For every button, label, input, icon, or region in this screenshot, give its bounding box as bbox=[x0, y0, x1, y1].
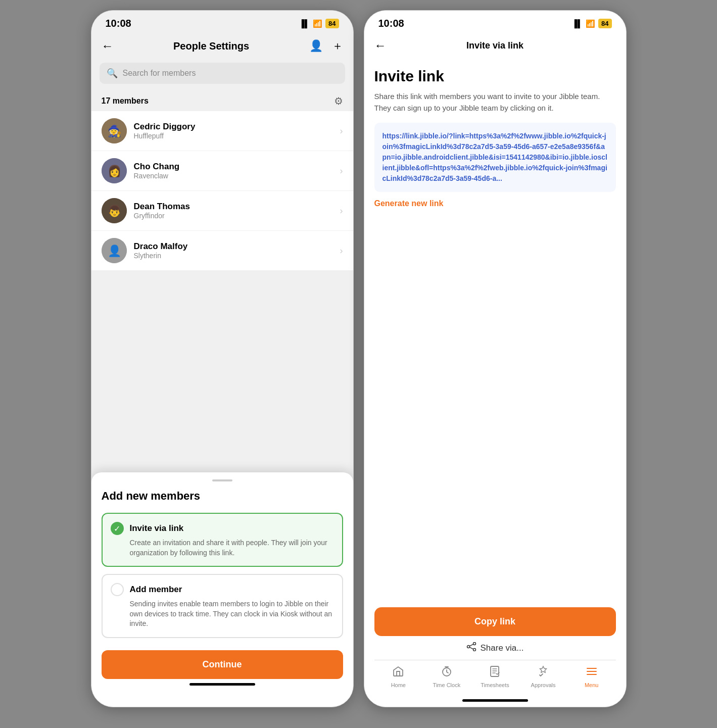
search-bar: 🔍 Search for members bbox=[100, 63, 345, 84]
right-phone: 10:08 ▐▌ 📶 84 ← Invite via link Invite l… bbox=[364, 10, 627, 707]
member-group-cho: Ravenclaw bbox=[134, 172, 340, 180]
tab-label-timeclock: Time Clock bbox=[433, 682, 461, 688]
nav-title-left: People Settings bbox=[173, 40, 249, 52]
member-name-cho: Cho Chang bbox=[134, 162, 340, 172]
tab-icon-menu bbox=[586, 665, 598, 681]
status-time-left: 10:08 bbox=[106, 18, 131, 29]
battery-left: 84 bbox=[325, 19, 339, 28]
members-header: 17 members ⚙ bbox=[91, 88, 353, 111]
invite-content: Invite link Share this link with members… bbox=[364, 58, 626, 208]
svg-text:👦: 👦 bbox=[107, 204, 121, 218]
signal-icon-left: ▐▌ bbox=[299, 19, 310, 28]
nav-title-right: Invite via link bbox=[387, 40, 604, 51]
link-box[interactable]: https://link.jibble.io/?link=https%3a%2f… bbox=[374, 123, 616, 192]
option-title-add: Add member bbox=[130, 585, 182, 595]
svg-text:👤: 👤 bbox=[107, 244, 121, 258]
member-group-draco: Slytherin bbox=[134, 252, 340, 260]
tab-label-menu: Menu bbox=[585, 682, 599, 688]
option-desc-add: Sending invites enable team members to l… bbox=[111, 599, 334, 629]
link-text: https://link.jibble.io/?link=https%3a%2f… bbox=[383, 131, 608, 184]
left-phone: 10:08 ▐▌ 📶 84 ← People Settings 👤 ＋ 🔍 Se… bbox=[91, 10, 354, 707]
member-item-draco[interactable]: 👤 Draco Malfoy Slytherin › bbox=[91, 231, 353, 270]
tab-icon-timesheets bbox=[489, 665, 501, 681]
tab-approvals[interactable]: Approvals bbox=[519, 665, 567, 688]
radio-invite-link: ✓ bbox=[111, 522, 124, 535]
member-list: 🧙 Cedric Diggory Hufflepuff › 👩 Cho Chan… bbox=[91, 111, 353, 270]
status-bar-left: 10:08 ▐▌ 📶 84 bbox=[91, 11, 353, 33]
option-add-header: Add member bbox=[111, 583, 334, 596]
search-icon: 🔍 bbox=[107, 68, 118, 79]
member-name-draco: Draco Malfoy bbox=[134, 241, 340, 252]
option-invite-link[interactable]: ✓ Invite via link Create an invitation a… bbox=[102, 513, 343, 567]
svg-rect-14 bbox=[491, 666, 499, 676]
option-invite-header: ✓ Invite via link bbox=[111, 522, 334, 535]
svg-line-11 bbox=[469, 644, 473, 646]
member-item-dean[interactable]: 👦 Dean Thomas Gryffindor › bbox=[91, 191, 353, 230]
members-count: 17 members bbox=[102, 96, 149, 106]
invite-desc: Share this link with members you want to… bbox=[374, 91, 616, 114]
tab-timeclock[interactable]: Time Clock bbox=[422, 665, 471, 688]
home-indicator-left bbox=[189, 683, 255, 686]
wifi-icon-right: 📶 bbox=[586, 19, 595, 28]
share-via-button[interactable]: Share via... bbox=[374, 642, 616, 660]
option-title-invite: Invite via link bbox=[130, 523, 184, 533]
member-group-cedric: Hufflepuff bbox=[134, 132, 340, 140]
nav-bar-right: ← Invite via link bbox=[364, 33, 626, 58]
status-icons-left: ▐▌ 📶 84 bbox=[299, 19, 339, 28]
share-via-text: Share via... bbox=[481, 643, 524, 653]
back-button-right[interactable]: ← bbox=[374, 38, 387, 53]
tab-icon-timeclock bbox=[441, 665, 453, 681]
nav-icons-left: 👤 ＋ bbox=[309, 38, 343, 54]
member-info-cedric: Cedric Diggory Hufflepuff bbox=[134, 122, 340, 140]
member-group-dean: Gryffindor bbox=[134, 212, 340, 220]
member-info-cho: Cho Chang Ravenclaw bbox=[134, 162, 340, 180]
member-name-dean: Dean Thomas bbox=[134, 202, 340, 212]
sheet-title: Add new members bbox=[102, 490, 343, 503]
chevron-cho: › bbox=[340, 166, 343, 176]
signal-icon-right: ▐▌ bbox=[572, 19, 583, 28]
radio-add-member bbox=[111, 583, 124, 596]
bottom-sheet: Add new members ✓ Invite via link Create… bbox=[91, 472, 353, 707]
back-button-left[interactable]: ← bbox=[102, 39, 114, 53]
person-icon-left[interactable]: 👤 bbox=[309, 39, 323, 53]
member-item-cedric[interactable]: 🧙 Cedric Diggory Hufflepuff › bbox=[91, 111, 353, 151]
svg-point-10 bbox=[467, 646, 469, 648]
member-name-cedric: Cedric Diggory bbox=[134, 122, 340, 132]
chevron-dean: › bbox=[340, 206, 343, 216]
copy-link-button[interactable]: Copy link bbox=[374, 607, 616, 636]
tab-home[interactable]: Home bbox=[374, 665, 423, 688]
home-indicator-right bbox=[462, 699, 528, 702]
search-placeholder[interactable]: Search for members bbox=[123, 69, 196, 78]
tab-label-home: Home bbox=[391, 682, 406, 688]
tab-label-approvals: Approvals bbox=[531, 682, 556, 688]
avatar-cho: 👩 bbox=[102, 158, 127, 183]
svg-point-8 bbox=[473, 643, 475, 645]
nav-bar-left: ← People Settings 👤 ＋ bbox=[91, 33, 353, 59]
tab-label-timesheets: Timesheets bbox=[481, 682, 509, 688]
svg-text:🧙: 🧙 bbox=[107, 124, 121, 138]
status-bar-right: 10:08 ▐▌ 📶 84 bbox=[364, 11, 626, 33]
option-add-member[interactable]: Add member Sending invites enable team m… bbox=[102, 574, 343, 638]
share-icon bbox=[466, 642, 476, 654]
svg-text:👩: 👩 bbox=[107, 164, 121, 178]
member-item-cho[interactable]: 👩 Cho Chang Ravenclaw › bbox=[91, 151, 353, 190]
continue-button[interactable]: Continue bbox=[102, 650, 343, 679]
avatar-dean: 👦 bbox=[102, 198, 127, 223]
right-bottom: Copy link Share via... Home bbox=[364, 599, 626, 707]
filter-icon[interactable]: ⚙ bbox=[334, 95, 343, 107]
status-icons-right: ▐▌ 📶 84 bbox=[572, 19, 612, 28]
chevron-cedric: › bbox=[340, 126, 343, 136]
member-info-draco: Draco Malfoy Slytherin bbox=[134, 241, 340, 260]
add-button-left[interactable]: ＋ bbox=[332, 38, 343, 54]
avatar-draco: 👤 bbox=[102, 238, 127, 263]
battery-right: 84 bbox=[598, 19, 611, 28]
chevron-draco: › bbox=[340, 246, 343, 256]
status-time-right: 10:08 bbox=[378, 18, 404, 29]
wifi-icon-left: 📶 bbox=[313, 19, 322, 28]
svg-line-12 bbox=[469, 647, 473, 649]
tab-timesheets[interactable]: Timesheets bbox=[471, 665, 519, 688]
svg-point-9 bbox=[473, 649, 475, 651]
sheet-handle bbox=[212, 479, 232, 481]
tab-menu[interactable]: Menu bbox=[567, 665, 616, 688]
generate-new-link[interactable]: Generate new link bbox=[374, 199, 444, 208]
